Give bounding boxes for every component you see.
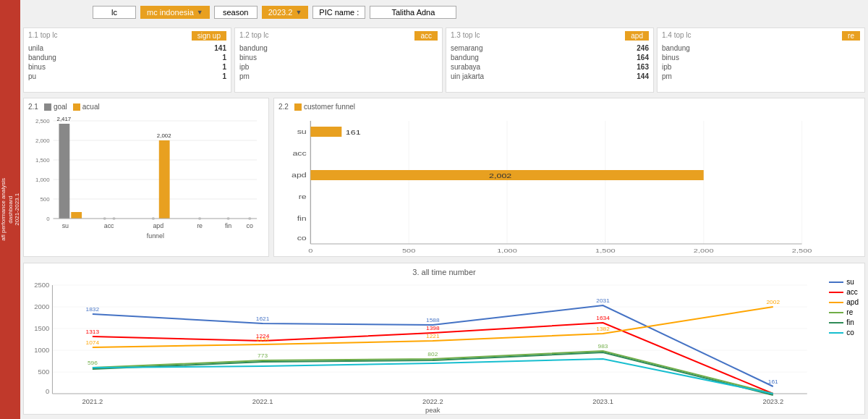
svg-text:1131: 1131 — [256, 337, 270, 343]
c3r3-name: surabaya — [451, 63, 480, 71]
svg-text:apd: apd — [292, 172, 307, 179]
sidebar: afl performance analysisdashboard2021-20… — [0, 0, 20, 419]
card1-row4: pu 1 — [28, 72, 226, 81]
actual-legend-label: acual — [82, 103, 100, 111]
svg-text:1,000: 1,000 — [497, 247, 517, 254]
card1-row2: bandung 1 — [28, 53, 226, 62]
c2r3: ipb — [239, 63, 249, 71]
svg-text:1221: 1221 — [426, 333, 440, 339]
svg-text:2500: 2500 — [34, 282, 49, 289]
svg-text:1588: 1588 — [426, 317, 440, 323]
c2r4: pm — [239, 72, 250, 80]
card4-badge: re — [842, 31, 860, 41]
svg-text:500: 500 — [38, 368, 50, 376]
legend-acc-color — [829, 292, 843, 293]
chart3-title: 3. all time number — [28, 268, 860, 276]
svg-text:2031: 2031 — [596, 297, 610, 304]
legend-apd-color — [829, 302, 843, 303]
svg-text:1398: 1398 — [426, 325, 440, 331]
pic-label: PIC name : — [312, 6, 365, 19]
svg-text:2,500: 2,500 — [792, 247, 812, 254]
legend-re-label: re — [846, 308, 853, 316]
season-value: 2023.2 — [268, 8, 293, 17]
svg-text:0: 0 — [308, 247, 312, 254]
lc-filter[interactable]: lc — [93, 6, 136, 19]
legend-co-label: co — [846, 329, 854, 337]
cf-legend-box — [294, 103, 302, 111]
c4r3: ipb — [662, 63, 671, 71]
legend-re-color — [829, 312, 843, 313]
bar-su-goal — [59, 124, 69, 219]
svg-text:2023.1: 2023.1 — [592, 398, 613, 405]
svg-text:2000: 2000 — [34, 303, 49, 310]
card1-row2-name: bandung — [28, 54, 56, 62]
svg-text:co: co — [247, 222, 253, 229]
season-filter[interactable]: 2023.2 ▼ — [262, 6, 309, 19]
chart21-label: 2.1 — [28, 103, 38, 111]
svg-text:596: 596 — [88, 360, 98, 366]
card1-row1: unila 141 — [28, 43, 226, 53]
svg-text:2,002: 2,002 — [157, 132, 171, 139]
svg-text:fin: fin — [225, 222, 231, 229]
season-filter-label: season — [214, 6, 258, 19]
header-filters: lc mc indonesia ▼ season 2023.2 ▼ PIC na… — [93, 6, 456, 19]
svg-text:1000: 1000 — [34, 347, 49, 354]
svg-text:1382: 1382 — [596, 326, 610, 332]
season-dropdown-icon: ▼ — [295, 9, 302, 16]
svg-text:peak: peak — [425, 407, 441, 414]
card4-title: 1.4 top lc — [662, 31, 692, 41]
svg-text:1621: 1621 — [256, 316, 270, 322]
charts-section: 2.1 goal acual 2,500 — [23, 98, 865, 257]
mc-filter[interactable]: mc indonesia ▼ — [140, 6, 210, 19]
svg-text:2022.2: 2022.2 — [422, 398, 443, 405]
svg-text:2023.2: 2023.2 — [762, 398, 783, 405]
main-content: lc mc indonesia ▼ season 2023.2 ▼ PIC na… — [20, 0, 868, 419]
c3r2-name: bandung — [451, 54, 479, 62]
c3r2-val: 164 — [637, 54, 649, 62]
svg-text:2021.2: 2021.2 — [82, 398, 103, 405]
svg-text:1,500: 1,500 — [35, 157, 50, 164]
svg-text:funnel: funnel — [147, 232, 164, 240]
svg-text:1832: 1832 — [86, 306, 100, 313]
chart22-label: 2.2 — [278, 103, 289, 111]
card1-row3-val: 1 — [222, 63, 226, 71]
actual-legend-box — [73, 103, 80, 111]
svg-text:fin: fin — [297, 215, 307, 222]
svg-text:1,000: 1,000 — [35, 177, 50, 183]
svg-text:1500: 1500 — [34, 325, 49, 332]
chart22-title: 2.2 customer funnel — [278, 103, 860, 111]
svg-text:1634: 1634 — [596, 315, 610, 321]
svg-text:1,500: 1,500 — [595, 247, 616, 254]
card1-row1-name: unila — [28, 44, 43, 52]
legend-fin-label: fin — [846, 318, 854, 326]
svg-text:500: 500 — [40, 196, 50, 203]
hbar-su — [310, 127, 341, 137]
legend-apd-label: apd — [846, 298, 859, 306]
top-cards: 1.1 top lc sign up unila 141 bandung 1 b… — [23, 27, 865, 93]
card1-row1-val: 141 — [214, 44, 226, 52]
svg-text:1074: 1074 — [86, 339, 100, 346]
svg-text:773: 773 — [258, 352, 268, 359]
bar-su-actual — [71, 212, 82, 219]
c2r2: binus — [239, 54, 257, 62]
chart-22: 2.2 customer funnel su acc apd re fin co — [273, 98, 865, 257]
legend-co-color — [829, 332, 843, 334]
svg-text:161: 161 — [346, 129, 361, 136]
svg-text:su: su — [297, 128, 307, 135]
card3-title: 1.3 top lc — [451, 31, 480, 41]
card-re: 1.4 top lc re bandung binus ipb pm — [657, 27, 865, 93]
svg-text:0: 0 — [46, 388, 49, 395]
card-signup: 1.1 top lc sign up unila 141 bandung 1 b… — [23, 27, 231, 93]
card1-row4-val: 1 — [222, 72, 226, 80]
svg-text:1313: 1313 — [86, 329, 100, 335]
svg-text:2,000: 2,000 — [694, 247, 714, 254]
legend-acc-label: acc — [846, 288, 858, 296]
svg-text:apd: apd — [153, 222, 163, 229]
c3r4-val: 144 — [637, 72, 649, 80]
legend-su-label: su — [846, 278, 854, 286]
svg-text:2002: 2002 — [766, 299, 780, 305]
mc-filter-label: mc indonesia — [147, 8, 194, 17]
card2-title: 1.2 top lc — [239, 31, 269, 41]
c3r3-val: 163 — [637, 63, 649, 71]
goal-legend-label: goal — [54, 103, 67, 111]
